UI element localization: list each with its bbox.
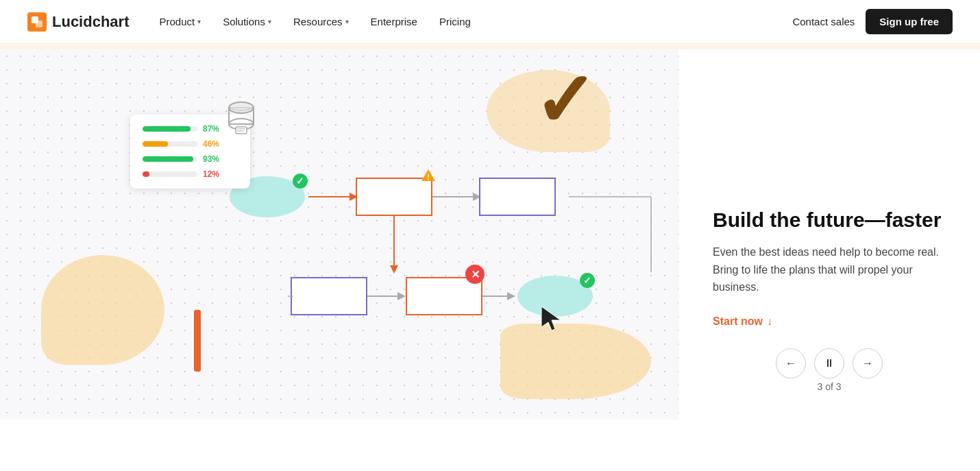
chevron-down-icon: ▾ <box>345 18 349 25</box>
svg-rect-7 <box>236 127 247 134</box>
blob-left <box>41 255 164 365</box>
prev-button[interactable]: ← <box>776 348 806 378</box>
sign-up-button[interactable]: Sign up free <box>866 9 953 34</box>
chevron-down-icon: ▾ <box>268 18 271 25</box>
nav-resources[interactable]: Resources ▾ <box>285 10 357 33</box>
database-icon <box>226 101 256 136</box>
svg-text:✓: ✓ <box>583 275 591 286</box>
logo-text: Lucidchart <box>52 13 129 31</box>
nav-right: Contact sales Sign up free <box>792 9 953 34</box>
bar-green-1 <box>143 126 191 132</box>
pause-button[interactable]: ⏸ <box>814 348 844 378</box>
illustration-panel: 87% 46% 93% 12% <box>0 49 678 420</box>
data-row: 93% <box>143 154 238 164</box>
chevron-down-icon: ▾ <box>197 18 201 25</box>
nav-solutions[interactable]: Solutions ▾ <box>215 10 280 33</box>
logo[interactable]: Lucidchart <box>27 12 129 32</box>
controls-row: ← ⏸ → 3 of 3 <box>713 348 946 392</box>
nav-links: Product ▾ Solutions ▾ Resources ▾ Enterp… <box>151 10 478 33</box>
slide-counter: 3 of 3 <box>817 381 841 392</box>
controls-buttons: ← ⏸ → <box>776 348 883 378</box>
data-row: 87% <box>143 124 238 134</box>
slide-title: Build the future—faster <box>713 208 946 232</box>
big-checkmark: ✓ <box>533 63 596 138</box>
nav-left: Lucidchart Product ▾ Solutions ▾ Resourc… <box>27 10 479 33</box>
arrow-down-icon: ↓ <box>767 315 772 328</box>
pause-icon: ⏸ <box>824 357 835 370</box>
flowchart-svg: ✓ ! ✕ ✓ <box>226 152 678 365</box>
bar-yellow-1 <box>143 141 168 147</box>
main-section: 87% 46% 93% 12% <box>0 49 980 420</box>
slide-description: Even the best ideas need help to become … <box>713 243 946 296</box>
bar-red-1 <box>143 171 149 177</box>
nav-enterprise[interactable]: Enterprise <box>363 10 426 33</box>
next-button[interactable]: → <box>853 348 883 378</box>
pct-label-3: 93% <box>203 154 225 164</box>
pct-label-1: 87% <box>203 124 225 134</box>
svg-rect-23 <box>480 178 555 215</box>
start-now-link[interactable]: Start now ↓ <box>713 315 946 328</box>
pct-label-2: 46% <box>203 139 225 149</box>
nav-product[interactable]: Product ▾ <box>151 10 209 33</box>
logo-icon <box>27 12 47 32</box>
nav-pricing[interactable]: Pricing <box>431 10 479 33</box>
svg-text:✓: ✓ <box>296 176 304 186</box>
svg-point-6 <box>229 102 254 113</box>
svg-rect-2 <box>36 21 42 27</box>
data-row: 46% <box>143 139 238 149</box>
top-banner <box>0 44 980 49</box>
svg-text:!: ! <box>427 173 430 181</box>
text-panel: Build the future—faster Even the best id… <box>678 49 980 420</box>
svg-text:✕: ✕ <box>471 269 480 280</box>
svg-rect-24 <box>291 278 367 315</box>
orange-bar <box>194 310 201 372</box>
svg-rect-26 <box>406 278 482 315</box>
db-icon <box>226 101 256 139</box>
bar-green-2 <box>143 156 193 162</box>
pct-label-4: 12% <box>203 169 225 179</box>
data-row: 12% <box>143 169 238 179</box>
contact-sales-button[interactable]: Contact sales <box>792 16 855 27</box>
navbar: Lucidchart Product ▾ Solutions ▾ Resourc… <box>0 0 980 44</box>
svg-rect-20 <box>356 178 432 215</box>
